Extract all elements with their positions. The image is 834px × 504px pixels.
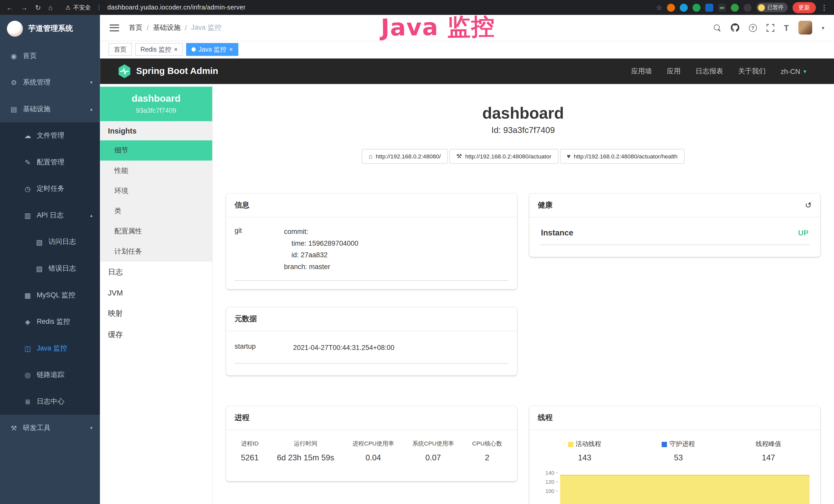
sidebar-item-redis[interactable]: ◈ Redis 监控 — [0, 308, 100, 335]
search-icon[interactable] — [713, 24, 721, 31]
extension-icon-5[interactable] — [731, 3, 739, 11]
sidebar-item-trace[interactable]: ◎ 链路追踪 — [0, 362, 100, 388]
sidebar-item-java-monitor[interactable]: ◫ Java 监控 — [0, 335, 100, 362]
close-icon[interactable]: × — [174, 46, 178, 53]
history-icon[interactable]: ↺ — [805, 201, 812, 210]
browser-update-button[interactable]: 更新 — [792, 2, 816, 13]
fullscreen-icon[interactable] — [766, 24, 774, 31]
sidebar-item-job[interactable]: ◷ 定时任务 — [0, 175, 100, 202]
sba-nav-applications[interactable]: 应用 — [667, 67, 681, 76]
tab-redis-monitor[interactable]: Redis 监控 × — [135, 43, 183, 56]
sba-menu-config-props[interactable]: 配置属性 — [100, 221, 212, 241]
sba-nav-wallboard[interactable]: 应用墙 — [631, 67, 652, 76]
active-threads-area — [560, 475, 810, 504]
user-avatar[interactable] — [798, 21, 812, 35]
sidebar-item-config[interactable]: ✎ 配置管理 — [0, 149, 100, 176]
tab-home[interactable]: 首页 — [108, 43, 132, 56]
sidebar-item-system[interactable]: ⚙ 系统管理 ▾ — [0, 69, 100, 96]
locale-selector[interactable]: zh-CN ▾ — [781, 67, 806, 75]
process-card: 进程 进程ID 5261 运行时间 — [226, 406, 517, 481]
sidebar-item-log-center[interactable]: ≣ 日志中心 — [0, 388, 100, 415]
tag-view-bar: 首页 Redis 监控 × Java 监控 × — [100, 40, 834, 58]
sidebar-item-infra[interactable]: ▤ 基础设施 ▴ — [0, 96, 100, 122]
extension-icon-2[interactable] — [680, 3, 687, 11]
address-url[interactable]: dashboard.yudao.iocoder.cn/infra/admin-s… — [107, 4, 245, 11]
sidebar-item-file[interactable]: ☁ 文件管理 — [0, 122, 100, 149]
y-tick: 120 — [538, 479, 560, 487]
sba-navbar: Spring Boot Admin 应用墙 应用 日志报表 关于我们 zh-CN… — [100, 59, 834, 84]
back-icon[interactable]: ← — [6, 3, 13, 11]
sba-menu-metrics[interactable]: 性能 — [100, 160, 212, 181]
service-url-link[interactable]: ⌂ http://192.168.0.2:48080/ — [362, 149, 448, 164]
sidebar-item-error-log[interactable]: ▨ 错误日志 — [0, 255, 100, 282]
sba-menu-caches[interactable]: 缓存 — [100, 324, 212, 346]
extension-icon-3[interactable] — [693, 3, 700, 11]
sba-menu-details[interactable]: 细节 — [100, 140, 212, 161]
wrench-icon: ⚒ — [456, 153, 462, 160]
font-size-icon[interactable]: T — [784, 23, 789, 32]
breadcrumb-item[interactable]: 基础设施 — [153, 23, 181, 32]
extension-icon-4[interactable] — [705, 3, 713, 11]
legend-daemon-threads: 守护进程 53 — [662, 440, 695, 462]
breadcrumb: 首页 / 基础设施 / Java 监控 — [129, 23, 221, 32]
legend-value: 143 — [568, 453, 601, 462]
insights-group: Insights 细节 性能 环境 类 配置属性 计划任务 — [100, 121, 212, 261]
instance-header[interactable]: dashboard 93a3fc7f7409 — [100, 87, 212, 121]
app-frame: 芋道管理系统 ◉ 首页 ⚙ 系统管理 ▾ ▤ 基础设施 ▴ ☁ 文件管理 ✎ — [0, 15, 834, 504]
tab-java-monitor[interactable]: Java 监控 × — [186, 43, 238, 56]
table-row: git commit: time: 1596289704000 id: 27aa… — [235, 226, 508, 281]
sidebar-item-mysql[interactable]: ▦ MySQL 监控 — [0, 282, 100, 308]
admin-sidebar: 芋道管理系统 ◉ 首页 ⚙ 系统管理 ▾ ▤ 基础设施 ▴ ☁ 文件管理 ✎ — [0, 15, 100, 504]
health-row[interactable]: Instance UP — [540, 226, 810, 245]
app-logo-row[interactable]: 芋道管理系统 — [0, 15, 100, 43]
sidebar-item-label: 链路追踪 — [37, 370, 64, 380]
sba-menu-scheduled-tasks[interactable]: 计划任务 — [100, 241, 212, 261]
sba-menu-jvm[interactable]: JVM — [100, 283, 212, 303]
avatar-caret-icon[interactable]: ▾ — [822, 25, 824, 30]
tab-label: Redis 监控 — [140, 45, 171, 54]
threads-legend: 活动线程 143 守护进程 — [538, 438, 812, 462]
browser-actions: ☆ on 已暂停 更新 ⋮ — [656, 2, 828, 13]
legend-swatch-blue — [662, 442, 667, 447]
help-icon[interactable]: ? — [749, 24, 757, 31]
sba-nav-about[interactable]: 关于我们 — [738, 67, 766, 76]
forward-icon[interactable]: → — [21, 3, 28, 11]
browser-home-icon[interactable]: ⌂ — [48, 3, 52, 11]
info-card-body: git commit: time: 1596289704000 id: 27aa… — [226, 217, 517, 289]
actuator-url-link[interactable]: ⚒ http://192.168.0.2:48080/actuator — [449, 149, 558, 164]
hamburger-icon[interactable] — [110, 24, 119, 31]
tab-label: 首页 — [114, 45, 127, 54]
close-icon[interactable]: × — [229, 46, 233, 53]
extension-icon-6[interactable] — [744, 3, 751, 11]
legend-peak-threads: 线程峰值 147 — [756, 440, 781, 462]
sba-brand[interactable]: Spring Boot Admin — [118, 65, 218, 78]
sba-menu-environment[interactable]: 环境 — [100, 181, 212, 201]
browser-menu-icon[interactable]: ⋮ — [821, 3, 828, 11]
pencil-icon: ✎ — [23, 158, 32, 166]
github-icon[interactable] — [731, 23, 739, 32]
extension-icon-1[interactable] — [667, 3, 675, 11]
health-url: http://192.168.0.2:48080/actuator/health — [574, 153, 678, 159]
locale-label: zh-CN — [781, 67, 800, 75]
threads-card-body: 活动线程 143 守护进程 — [529, 430, 820, 504]
sidebar-item-api-log[interactable]: ▥ API 日志 ▴ — [0, 202, 100, 229]
warning-icon: ⚠ — [65, 4, 70, 11]
sidebar-item-access-log[interactable]: ▧ 访问日志 — [0, 229, 100, 255]
chart-y-axis: 140 120 100 — [538, 469, 560, 504]
sba-nav-journal[interactable]: 日志报表 — [696, 67, 723, 76]
breadcrumb-item[interactable]: 首页 — [129, 23, 142, 32]
document-icon: ▨ — [35, 265, 44, 272]
paused-extension-badge[interactable]: 已暂停 — [756, 3, 788, 12]
metric-label: 进程CPU使用率 — [352, 440, 394, 448]
security-indicator[interactable]: ⚠ 不安全 — [65, 3, 91, 11]
metric-value: 0.07 — [412, 453, 454, 462]
health-url-link[interactable]: ♥ http://192.168.0.2:48080/actuator/heal… — [560, 149, 684, 164]
sba-menu-loggers[interactable]: 日志 — [100, 261, 212, 283]
sidebar-item-devtools[interactable]: ⚒ 研发工具 ▾ — [0, 415, 100, 441]
sba-menu-beans[interactable]: 类 — [100, 201, 212, 221]
sidebar-item-home[interactable]: ◉ 首页 — [0, 43, 100, 69]
extension-icon-on-badge[interactable]: on — [718, 3, 726, 11]
bookmark-star-icon[interactable]: ☆ — [656, 3, 662, 11]
reload-icon[interactable]: ↻ — [35, 3, 41, 11]
sba-menu-mappings[interactable]: 映射 — [100, 303, 212, 324]
